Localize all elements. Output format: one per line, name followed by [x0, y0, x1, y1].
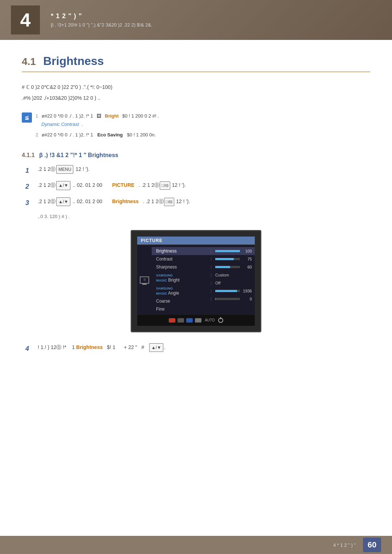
- page-number: 60: [363, 538, 381, 552]
- chapter-number: 4: [20, 9, 31, 31]
- step-2-text: .2 1 2⓪▲/▼ .. 02. 01 2 00 PICTURE . .2 1…: [38, 181, 370, 192]
- brightness-bar: [215, 250, 240, 252]
- osd-menu-items: Brightness Contrast Sharpness SAMSUNGMAG…: [152, 245, 208, 315]
- step-1-text: .2 1 2⓪MENU 12 ! ').: [38, 165, 370, 176]
- fine-value: 0: [242, 297, 252, 301]
- note-icon-symbol: ≦: [25, 115, 29, 120]
- step3-note: ,.0 3. 120 ) # ) .: [38, 214, 370, 219]
- step-3: 3 .2 1 2⓪▲/▼ .. 02. 01 2 00 Brightness .…: [25, 197, 370, 209]
- osd-values: : 100 : 75: [208, 245, 255, 315]
- osd-container: PICTURE ☰ Brightness Contrast Sharpness …: [22, 230, 370, 332]
- note1-text1b: $0 ! 1 200 0 2 #! .: [122, 113, 159, 119]
- step-4: 4 ! 1.! ) 12⓪ !* 1 Brightness $! 1 + 22 …: [22, 343, 370, 354]
- osd-item-contrast[interactable]: Contrast: [152, 255, 208, 263]
- step-1: 1 .2 1 2⓪MENU 12 ! ').: [25, 165, 370, 176]
- osd-item-coarse[interactable]: Coarse: [152, 297, 208, 305]
- step-2: 2 .2 1 2⓪▲/▼ .. 02. 01 2 00 PICTURE . .2…: [25, 181, 370, 192]
- step-3-text: .2 1 2⓪▲/▼ .. 02. 01 2 00 Brightness . .…: [38, 197, 370, 209]
- sharpness-bar-fill: [215, 266, 230, 268]
- subsection-num: 4.1.1: [22, 152, 35, 158]
- select-key-3: □/⊟: [164, 198, 175, 206]
- step-3-num: 3: [25, 197, 33, 209]
- page-footer: 4 * 1 2 " ) " 60: [0, 536, 392, 554]
- monitor-icon: ☰: [140, 276, 149, 284]
- step-4-num: 4: [25, 343, 33, 354]
- osd-btn-gray[interactable]: [195, 318, 201, 323]
- note1-text2: ø#22 0 */0 0 ./ . 1 )2. !* 1: [42, 132, 93, 138]
- osd-left-panel: ☰: [137, 245, 152, 315]
- note1-bright-label: Bright: [105, 113, 119, 119]
- sharpness-bar: [215, 266, 240, 268]
- osd-btn-blue[interactable]: [186, 318, 193, 323]
- osd-value-magic-angle: : Off: [208, 279, 255, 287]
- intro-block: # ℂ 0 )2 0℃&2 0 )22 2"0 ) .".( *!: 0~100…: [22, 83, 370, 103]
- osd-item-magic-angle[interactable]: SAMSUNGMAGIC Angle: [152, 284, 208, 297]
- contrast-bar-fill: [215, 258, 234, 260]
- step-1-num: 1: [25, 165, 33, 176]
- osd-title: PICTURE: [137, 237, 255, 245]
- step4-arrow-key: ▲/▼: [149, 343, 163, 352]
- osd-value-coarse: : 1936: [208, 287, 255, 295]
- step-2-num: 2: [25, 181, 33, 192]
- osd-item-magic-bright[interactable]: SAMSUNGMAGIC Bright: [152, 271, 208, 284]
- osd-bottom-bar: AUTO: [137, 315, 255, 326]
- note-content-1: 1 ø#22 0 */0 0 ./ . 1 )2. !* 1 🖼 Bright …: [36, 112, 159, 139]
- brightness-bar-fill: [215, 250, 240, 252]
- note1-text2b: $0 ! 1 200 0n.: [127, 132, 156, 138]
- step4-brightness-label: Brightness: [76, 344, 103, 350]
- samsung-magic-angle-label: SAMSUNGMAGIC: [156, 287, 173, 295]
- section-title: Brightness: [43, 54, 104, 68]
- note-row-1: 1 ø#22 0 */0 0 ./ . 1 )2. !* 1 🖼 Bright …: [36, 112, 159, 120]
- eco-saving-label: Eco Saving: [97, 132, 123, 138]
- page-header: 4 * 1 2 " ) " β . !3+1 20!# 1 0 ") ",) &…: [0, 0, 392, 40]
- osd-item-brightness[interactable]: Brightness: [152, 247, 208, 255]
- fine-bar: [215, 298, 240, 300]
- magic-bright-value: Custom: [215, 273, 229, 277]
- osd-btn-red[interactable]: [169, 318, 175, 323]
- contrast-value: 75: [242, 257, 252, 261]
- subsection-title: β .) !3 &1 2 "!* 1 " Brightness: [39, 152, 118, 158]
- osd-value-contrast: : 75: [208, 255, 255, 263]
- coarse-bar-fill: [215, 290, 237, 292]
- intro-line2: .#% )202 ./+103&20 )2)0% 12 0 ) ..: [22, 94, 370, 103]
- osd-value-sharpness: : 60: [208, 263, 255, 271]
- auto-label: AUTO: [205, 318, 215, 322]
- note1-text1: ø#22 0 */0 0 ./ . 1 )2. !* 1: [42, 113, 93, 119]
- arrow-key-3: ▲/▼: [56, 197, 70, 206]
- osd-item-sharpness[interactable]: Sharpness: [152, 263, 208, 271]
- monitor-icon-lines: ☰: [143, 278, 146, 282]
- subsection-4-1-1: 4.1.1 β .) !3 &1 2 "!* 1 " Brightness: [22, 152, 370, 159]
- osd-value-magic-bright: : Custom: [208, 271, 255, 279]
- sharpness-value: 60: [242, 265, 252, 269]
- magic-angle-label: SAMSUNGMAGIC Angle: [156, 286, 179, 296]
- osd-monitor: PICTURE ☰ Brightness Contrast Sharpness …: [131, 230, 261, 332]
- note-row-dynamic: Dynamic Contrast .: [41, 120, 159, 128]
- note-block-1: ≦ 1 ø#22 0 */0 0 ./ . 1 )2. !* 1 🖼 Brigh…: [22, 110, 370, 141]
- picture-menu-label: PICTURE: [112, 182, 134, 188]
- brightness-menu-label: Brightness: [112, 198, 139, 204]
- coarse-value: 1936: [242, 289, 252, 293]
- magic-bright-label: SAMSUNGMAGIC Bright: [156, 272, 180, 283]
- power-button[interactable]: [218, 318, 223, 323]
- osd-menu: ☰ Brightness Contrast Sharpness SAMSUNGM…: [137, 245, 255, 315]
- section-number: 4.1: [22, 56, 36, 67]
- note1-text1c: .: [82, 122, 83, 127]
- note-icon-1: ≦: [22, 112, 32, 123]
- arrow-key-2: ▲/▼: [56, 181, 70, 190]
- footer-text: 4 * 1 2 " ) ": [333, 542, 356, 548]
- menu-key: MENU: [56, 165, 73, 174]
- step-4-text: ! 1.! ) 12⓪ !* 1 Brightness $! 1 + 22 " …: [38, 343, 370, 354]
- magic-angle-value: Off: [215, 281, 220, 285]
- osd-value-brightness: : 100: [208, 247, 255, 255]
- chapter-number-box: 4: [11, 5, 40, 34]
- note-row-2: 2 ø#22 0 */0 0 ./ . 1 )2. !* 1 Eco Savin…: [36, 131, 159, 139]
- contrast-bar: [215, 258, 240, 260]
- dynamic-contrast-label: Dynamic Contrast: [41, 122, 79, 127]
- osd-btn-dark[interactable]: [177, 318, 184, 323]
- brightness-value: 100: [242, 249, 252, 253]
- fine-bar-fill: [215, 298, 216, 300]
- select-key-2: □/⊟: [160, 181, 170, 190]
- osd-item-fine[interactable]: Fine: [152, 305, 208, 313]
- header-title: * 1 2 " ) ": [51, 12, 152, 20]
- section-4-1-heading: 4.1 Brightness: [22, 54, 370, 72]
